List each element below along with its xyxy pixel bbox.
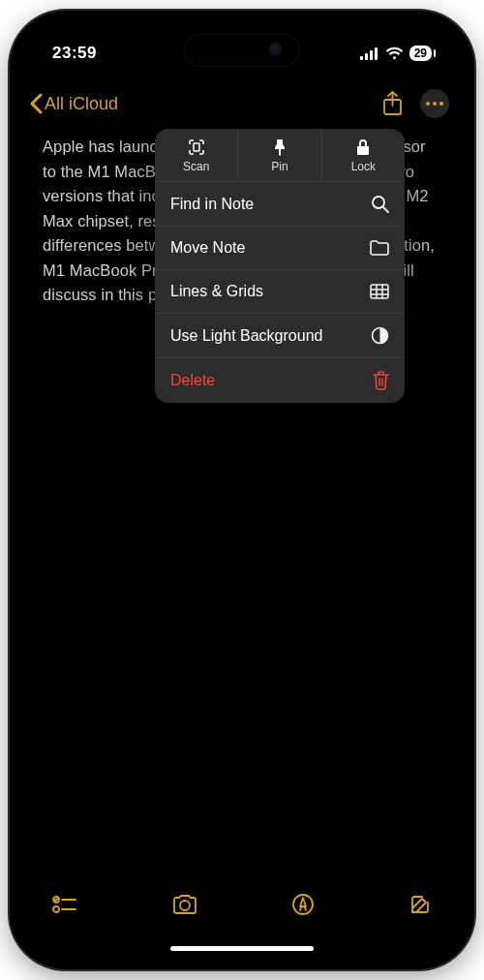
grid-icon bbox=[370, 284, 389, 299]
cellular-icon bbox=[360, 47, 379, 60]
svg-point-7 bbox=[439, 102, 443, 106]
menu-item-move[interactable]: Move Note bbox=[155, 227, 405, 270]
menu-action-label: Pin bbox=[238, 160, 320, 173]
camera-button[interactable] bbox=[171, 894, 198, 915]
share-button[interactable] bbox=[382, 91, 403, 116]
svg-rect-0 bbox=[360, 56, 363, 60]
scan-icon bbox=[188, 138, 205, 156]
more-button[interactable] bbox=[420, 89, 449, 118]
menu-item-find[interactable]: Find in Note bbox=[155, 182, 405, 227]
chevron-left-icon bbox=[29, 93, 43, 114]
back-button[interactable]: All iCloud bbox=[29, 93, 118, 114]
svg-point-14 bbox=[180, 901, 190, 910]
menu-item-label: Find in Note bbox=[170, 196, 254, 213]
status-indicators: 29 bbox=[360, 46, 432, 61]
home-indicator[interactable] bbox=[170, 946, 314, 951]
back-label: All iCloud bbox=[45, 94, 118, 114]
svg-rect-1 bbox=[365, 53, 368, 60]
svg-rect-10 bbox=[371, 285, 388, 298]
markup-button[interactable] bbox=[291, 893, 315, 916]
battery-indicator: 29 bbox=[409, 46, 432, 61]
compose-button[interactable] bbox=[408, 893, 432, 916]
checklist-button[interactable] bbox=[52, 895, 77, 914]
menu-item-light-background[interactable]: Use Light Background bbox=[155, 314, 405, 358]
svg-rect-2 bbox=[370, 50, 373, 60]
menu-item-lines-grids[interactable]: Lines & Grids bbox=[155, 270, 405, 314]
menu-action-lock[interactable]: Lock bbox=[321, 129, 405, 181]
bottom-toolbar bbox=[19, 878, 465, 931]
contrast-icon bbox=[371, 326, 389, 345]
menu-action-pin[interactable]: Pin bbox=[237, 129, 320, 181]
lock-icon bbox=[356, 138, 370, 156]
wifi-icon bbox=[385, 46, 404, 60]
menu-item-label: Delete bbox=[170, 372, 215, 389]
menu-item-delete[interactable]: Delete bbox=[155, 358, 405, 403]
menu-item-label: Lines & Grids bbox=[170, 283, 263, 300]
folder-icon bbox=[370, 240, 389, 256]
dynamic-island bbox=[184, 34, 300, 67]
ellipsis-icon bbox=[426, 102, 443, 106]
context-menu: Scan Pin Lock Find in Note bbox=[155, 129, 405, 403]
svg-point-13 bbox=[53, 906, 59, 912]
menu-action-label: Scan bbox=[155, 160, 237, 173]
status-time: 23:59 bbox=[52, 44, 97, 63]
pin-icon bbox=[272, 138, 287, 156]
svg-rect-3 bbox=[375, 47, 378, 60]
svg-rect-8 bbox=[194, 143, 199, 151]
svg-point-6 bbox=[433, 102, 437, 106]
menu-action-label: Lock bbox=[322, 160, 405, 173]
svg-point-5 bbox=[426, 102, 430, 106]
trash-icon bbox=[373, 371, 389, 390]
search-icon bbox=[371, 195, 389, 213]
menu-item-label: Move Note bbox=[170, 239, 245, 257]
nav-bar: All iCloud bbox=[19, 82, 465, 125]
menu-action-scan[interactable]: Scan bbox=[155, 129, 237, 181]
menu-item-label: Use Light Background bbox=[170, 327, 322, 345]
svg-point-9 bbox=[373, 197, 384, 208]
